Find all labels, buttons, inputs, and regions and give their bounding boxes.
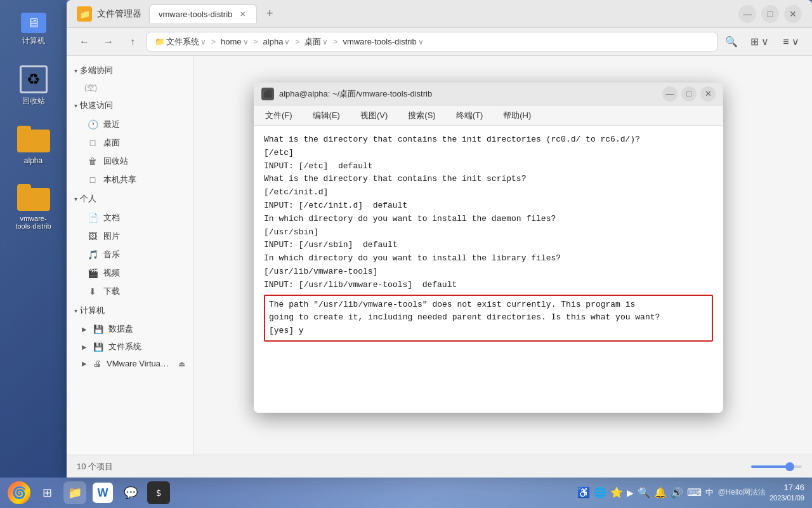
close-button[interactable]: ✕ [784, 5, 802, 23]
arrow-icon[interactable]: ▶ [627, 488, 634, 498]
sidebar-item-trash[interactable]: 🗑 回收站 [69, 152, 190, 170]
desktop-icon-computer[interactable]: 🖥 计算机 [21, 13, 46, 46]
terminal-menu-edit[interactable]: 编辑(E) [309, 107, 344, 124]
notification-icon[interactable]: 🔔 [654, 486, 667, 498]
taskbar-filemanager-button[interactable]: 📁 [63, 481, 86, 504]
taskbar-multitask-button[interactable]: ⊞ [36, 481, 58, 504]
trash-icon: 🗑 [87, 156, 98, 166]
tab-close-button[interactable]: ✕ [237, 9, 247, 19]
input-method-icon[interactable]: 中 [705, 487, 714, 498]
sidebar-item-music[interactable]: 🎵 音乐 [69, 246, 190, 264]
sidebar-music-label: 音乐 [103, 249, 120, 260]
sidebar-item-localshare[interactable]: □ 本机共享 [69, 171, 190, 189]
maximize-button[interactable]: □ [761, 5, 779, 23]
terminal-line-2: [/etc] [264, 147, 713, 160]
terminal-menu-file[interactable]: 文件(F) [261, 107, 296, 124]
minimize-button[interactable]: — [738, 5, 756, 23]
desktop-icon-recycle[interactable]: ♻ 回收站 [20, 65, 48, 107]
sidebar-item-downloads[interactable]: ⬇ 下载 [69, 283, 190, 300]
sidebar-item-filesystem[interactable]: ▶ 💾 文件系统 [67, 338, 193, 356]
sort-button[interactable]: ≡ ∨ [778, 33, 804, 50]
taskbar-left: 🌀 ⊞ 📁 W 💬 $ [8, 481, 170, 504]
new-tab-button[interactable]: + [261, 5, 278, 23]
filesystem-icon: 📁 [155, 37, 165, 46]
app-title: 文件管理器 [97, 8, 141, 20]
zoom-thumb[interactable] [785, 462, 794, 471]
terminal-close-button[interactable]: ✕ [700, 86, 716, 102]
breadcrumb-filesystem[interactable]: 📁 文件系统 ∨ [152, 35, 209, 49]
active-tab[interactable]: vmware-tools-distrib ✕ [149, 4, 257, 23]
desktop-icon-alpha[interactable]: alpha [17, 126, 50, 165]
breadcrumb-desktop[interactable]: 桌面 ∨ [302, 35, 331, 49]
taskbar-wps-button[interactable]: W [91, 481, 114, 504]
sidebar-section-multidevice[interactable]: ▾ 多端协同 [67, 61, 193, 80]
sidebar-documents-label: 文档 [103, 212, 120, 224]
back-button[interactable]: ← [74, 32, 95, 52]
terminal-line-16: In which directory do you want to instal… [264, 252, 713, 265]
sidebar-item-datadisk[interactable]: ▶ 💾 数据盘 [67, 320, 193, 338]
downloads-icon: ⬇ [87, 286, 98, 297]
sidebar-quickaccess-label: 快速访问 [80, 100, 113, 111]
sidebar-item-desktop[interactable]: □ 桌面 [69, 134, 190, 152]
terminal-menu-view[interactable]: 视图(V) [357, 107, 391, 124]
desktop-icon: □ [87, 138, 98, 148]
eject-icon[interactable]: ⏏ [178, 359, 185, 368]
terminal-menu-help[interactable]: 帮助(H) [499, 107, 535, 124]
star-icon[interactable]: ⭐ [610, 486, 623, 498]
taskbar: 🌀 ⊞ 📁 W 💬 $ ♿ 🌐 ⭐ ▶ 🔍 🔔 🔊 ⌨ 中 @Hello网法法 … [0, 478, 812, 508]
network-icon[interactable]: 🌐 [594, 486, 606, 498]
up-button[interactable]: ↑ [122, 32, 143, 52]
toolbar: ← → ↑ 📁 文件系统 ∨ > home ∨ > alpha ∨ > 桌面 [67, 28, 812, 56]
chat-icon: 💬 [124, 486, 138, 500]
terminal-menu-search[interactable]: 搜索(S) [404, 107, 439, 124]
sidebar-section-personal[interactable]: ▾ 个人 [67, 189, 193, 208]
taskbar-clock[interactable]: 17:46 2023/01/09 [769, 482, 804, 504]
sidebar-item-pictures[interactable]: 🖼 图片 [69, 227, 190, 245]
breadcrumb-home-label: home [221, 37, 242, 46]
chevron-computer: ▾ [74, 307, 77, 314]
sidebar-item-videos[interactable]: 🎬 视频 [69, 264, 190, 282]
sidebar-filesystem-label: 文件系统 [108, 341, 141, 352]
taskbar-terminal-button[interactable]: $ [147, 481, 170, 504]
sidebar-desktop-label: 桌面 [103, 137, 120, 149]
search-taskbar-icon[interactable]: 🔍 [638, 486, 650, 498]
terminal-menu-terminal[interactable]: 终端(T) [452, 107, 487, 124]
search-button[interactable]: 🔍 [721, 32, 742, 52]
sidebar-section-computer[interactable]: ▾ 计算机 [67, 301, 193, 320]
chevron-quickaccess: ▾ [74, 102, 77, 109]
desktop-icon-vmware-label: vmware-tools-distrib [15, 215, 51, 230]
accessibility-icon[interactable]: ♿ [577, 486, 590, 498]
desktop-icon-vmware[interactable]: vmware-tools-distrib [15, 184, 51, 230]
breadcrumb-alpha[interactable]: alpha ∨ [261, 36, 293, 48]
window-controls: — □ ✕ [738, 5, 802, 23]
clock-date: 2023/01/09 [769, 493, 804, 503]
documents-icon: 📄 [87, 213, 98, 223]
terminal-line-4: INPUT: [/etc] default [264, 160, 713, 173]
forward-button[interactable]: → [98, 32, 119, 52]
sidebar-item-recent[interactable]: 🕐 最近 [69, 116, 190, 133]
zoom-slider[interactable] [751, 465, 802, 468]
terminal-line-9: INPUT: [/etc/init.d] default [264, 199, 713, 213]
keyboard-icon[interactable]: ⌨ [687, 486, 702, 498]
terminal-title-bar: ⬛ alpha@alpha: ~/桌面/vmware-tools-distrib… [254, 83, 723, 105]
view-toggle-button[interactable]: ⊞ ∨ [745, 33, 774, 50]
sidebar-section-quickaccess[interactable]: ▾ 快速访问 [67, 96, 193, 115]
volume-icon[interactable]: 🔊 [671, 486, 683, 498]
sidebar-item-documents[interactable]: 📄 文档 [69, 209, 190, 227]
terminal-maximize-button[interactable]: □ [681, 86, 697, 102]
taskbar-start-button[interactable]: 🌀 [8, 481, 30, 504]
terminal-minimize-button[interactable]: — [662, 86, 678, 102]
chevron-personal: ▾ [74, 196, 77, 203]
terminal-highlighted-block: The path "/usr/lib/vmware-tools" does no… [264, 295, 713, 342]
breadcrumb-vmware[interactable]: vmware-tools-distrib ∨ [340, 36, 426, 48]
sidebar-item-vmware[interactable]: ▶ 🖨 VMware Virtua… ⏏ [67, 356, 193, 371]
desktop-icon-computer-label: 计算机 [22, 36, 45, 46]
terminal-content-area[interactable]: What is the directory that contains the … [254, 126, 723, 413]
sidebar-computer-label: 计算机 [80, 305, 105, 316]
taskbar-right: ♿ 🌐 ⭐ ▶ 🔍 🔔 🔊 ⌨ 中 @Hello网法法 17:46 2023/0… [577, 482, 804, 504]
breadcrumb-home[interactable]: home ∨ [218, 36, 251, 48]
title-bar: 📁 文件管理器 vmware-tools-distrib ✕ + — □ ✕ [67, 0, 812, 28]
taskbar-chat-button[interactable]: 💬 [119, 481, 142, 504]
sidebar-personal-label: 个人 [80, 193, 96, 204]
sidebar-pictures-label: 图片 [103, 231, 120, 242]
